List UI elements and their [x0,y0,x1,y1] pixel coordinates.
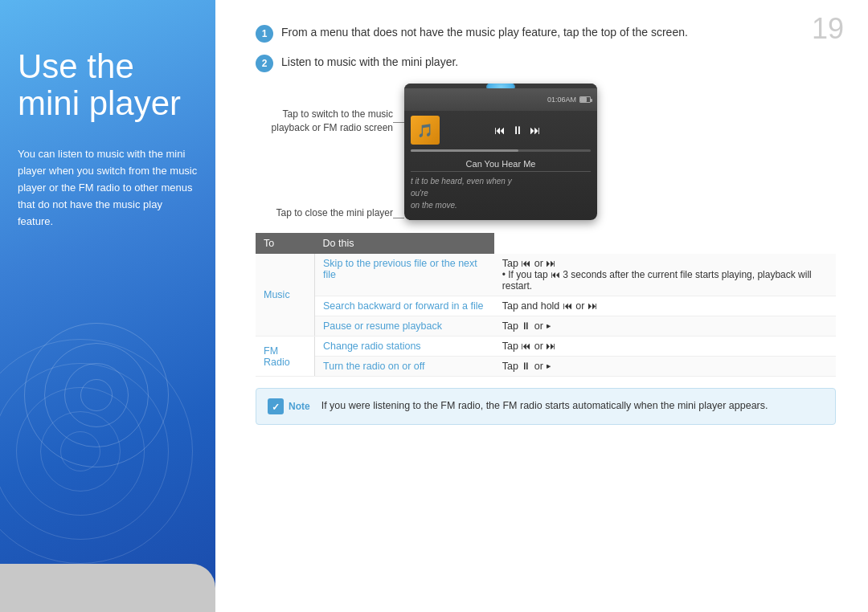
action-pause: Pause or resume playback [315,316,494,337]
action-skip-text: Skip to the previous file or the next fi… [323,258,477,280]
note-box: ✓ Note If you were listening to the FM r… [256,388,836,425]
sidebar-title: Use the mini player [0,0,215,138]
player-btn-group: ⏮ ⏸ ⏭ [444,124,591,137]
note-icon: ✓ [268,398,284,414]
category-fm-radio: FM Radio [256,337,315,377]
callout-bottom-line [393,218,404,218]
player-progress-bar [411,149,591,152]
sidebar-bottom-bar [0,564,215,612]
instruction-search: Tap and hold ⏮ or ⏭ [494,296,836,316]
player-song-name: Can You Hear Me [404,157,597,171]
callout-bottom-text: Tap to close the mini player [276,207,393,218]
next-button[interactable]: ⏭ [530,124,541,137]
battery-fill [580,97,587,102]
instruction-change-stations: Tap ⏮ or ⏭ [494,337,836,357]
table-row: Pause or resume playback Tap ⏸ or ▶ [256,316,836,337]
step-1-number: 1 [256,25,273,43]
player-progress-fill [411,149,518,152]
action-turn-radio: Turn the radio on or off [315,357,494,377]
step-2-text: Listen to music with the mini player. [281,54,458,71]
prev-button[interactable]: ⏮ [494,124,506,137]
instruction-turn-radio: Tap ⏸ or ▶ [494,357,836,377]
page-number: 19 [812,12,844,46]
player-controls-row: 🎵 ⏮ ⏸ ⏭ [404,111,597,149]
sidebar: Use the mini player You can listen to mu… [0,0,215,612]
player-mockup: 01:06AM 🎵 ⏮ ⏸ ⏭ Can You Hear Me [404,84,597,220]
instruction-skip-detail: • If you tap ⏮ 3 seconds after the curre… [502,269,812,292]
step-2: 2 Listen to music with the mini player. [256,54,836,72]
svg-text:✓: ✓ [272,402,280,413]
step-1-text: From a menu that does not have the music… [281,24,688,41]
action-pause-text: Pause or resume playback [323,320,442,332]
table-row: Turn the radio on or off Tap ⏸ or ▶ [256,357,836,377]
instruction-pause: Tap ⏸ or ▶ [494,316,836,337]
callout-top-line [393,122,404,123]
action-turn-radio-text: Turn the radio on or off [323,361,424,372]
action-change-stations-text: Change radio stations [323,341,421,352]
sidebar-description: You can listen to music with the mini pl… [0,138,215,238]
player-album-art: 🎵 [411,116,440,145]
step-2-number: 2 [256,55,273,72]
action-change-stations: Change radio stations [315,337,494,357]
instructions-table: To Do this Music Skip to the previous fi… [256,233,836,377]
callout-top-text: Tap to switch to the music playback or F… [272,108,393,133]
table-header-do-this: Do this [315,233,494,254]
table-header-to: To [256,233,315,254]
player-lyrics: t it to be heard, even when you'reon the… [404,172,597,214]
step-1: 1 From a menu that does not have the mus… [256,24,836,43]
player-time: 01:06AM [547,96,576,104]
action-search-text: Search backward or forward in a file [323,300,483,312]
player-battery-icon [579,96,591,103]
note-label: Note [289,401,310,412]
deco-large-circle-5 [60,431,100,471]
table-row: FM Radio Change radio stations Tap ⏮ or … [256,337,836,357]
action-search: Search backward or forward in a file [315,296,494,316]
pause-button[interactable]: ⏸ [512,124,523,137]
action-skip: Skip to the previous file or the next fi… [315,254,494,296]
diagram-area: Tap to switch to the music playback or F… [256,84,836,220]
instruction-skip: Tap ⏮ or ⏭ • If you tap ⏮ 3 seconds afte… [494,254,836,296]
main-content: 19 1 From a menu that does not have the … [215,0,868,612]
table-row: Music Skip to the previous file or the n… [256,254,836,296]
note-text: If you were listening to the FM radio, t… [321,398,768,414]
player-top-bar: 01:06AM [404,88,597,111]
category-music: Music [256,254,315,337]
table-row: Search backward or forward in a file Tap… [256,296,836,316]
